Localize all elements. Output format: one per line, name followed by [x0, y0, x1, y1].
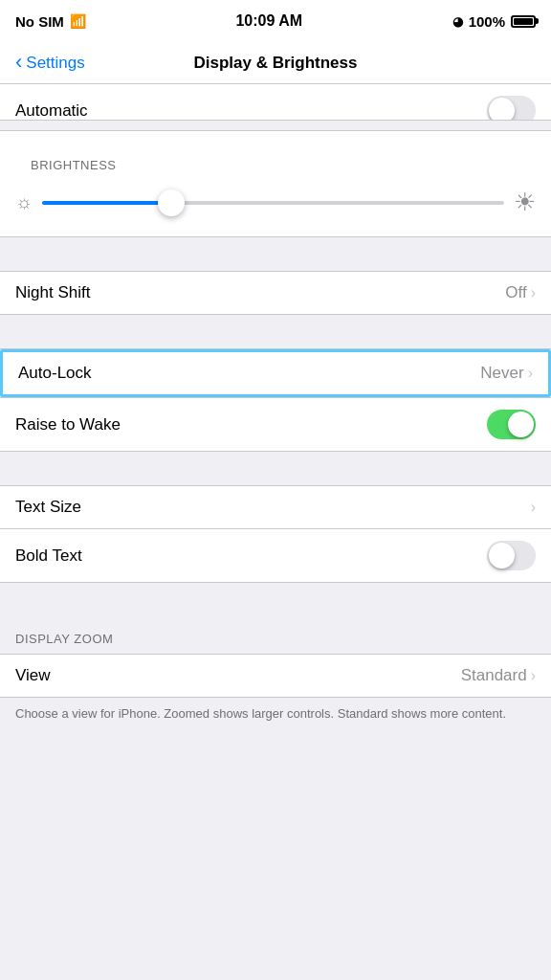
- raise-to-wake-label: Raise to Wake: [15, 415, 121, 434]
- raise-to-wake-toggle-thumb: [508, 412, 534, 437]
- bold-text-toggle-thumb: [489, 543, 515, 568]
- view-value-text: Standard: [461, 666, 527, 685]
- raise-to-wake-toggle[interactable]: [487, 410, 536, 439]
- view-row[interactable]: View Standard ›: [0, 655, 551, 697]
- brightness-slider[interactable]: [42, 201, 504, 205]
- night-shift-label: Night Shift: [15, 283, 90, 302]
- brightness-section: BRIGHTNESS ☼ ☀: [0, 130, 551, 237]
- view-value: Standard ›: [461, 666, 536, 685]
- battery-icon: [511, 15, 536, 28]
- auto-lock-chevron-icon: ›: [528, 365, 533, 382]
- status-time: 10:09 AM: [235, 12, 302, 30]
- section-gap-5: [0, 583, 551, 616]
- display-zoom-card: View Standard ›: [0, 654, 551, 698]
- text-size-row[interactable]: Text Size ›: [0, 486, 551, 528]
- page-title: Display & Brightness: [194, 54, 358, 73]
- automatic-toggle[interactable]: [487, 96, 536, 121]
- night-shift-value: Off ›: [505, 283, 536, 302]
- brightness-slider-container: ☼ ☀: [15, 180, 536, 225]
- lock-section: Auto-Lock Never › Raise to Wake: [0, 348, 551, 452]
- back-chevron-icon: ‹: [15, 52, 22, 73]
- brightness-label: BRIGHTNESS: [15, 143, 536, 180]
- display-zoom-description: Choose a view for iPhone. Zoomed shows l…: [0, 698, 551, 738]
- view-chevron-icon: ›: [531, 667, 536, 684]
- text-size-label: Text Size: [15, 498, 81, 517]
- night-shift-value-text: Off: [505, 283, 526, 302]
- auto-lock-value-text: Never: [480, 364, 523, 383]
- view-label: View: [15, 666, 51, 685]
- display-zoom-section: DISPLAY ZOOM View Standard › Choose a vi…: [0, 616, 551, 738]
- raise-to-wake-row[interactable]: Raise to Wake: [0, 397, 551, 451]
- night-shift-chevron-icon: ›: [531, 284, 536, 301]
- status-bar: No SIM 📶 10:09 AM ◕ 100%: [0, 0, 551, 42]
- automatic-section: Automatic: [0, 84, 551, 121]
- automatic-label: Automatic: [15, 101, 88, 121]
- section-gap-4: [0, 452, 551, 485]
- location-icon: ◕: [452, 14, 463, 29]
- section-gap-1: [0, 121, 551, 130]
- section-gap-3: [0, 315, 551, 348]
- auto-lock-value: Never ›: [480, 364, 533, 383]
- battery-percent: 100%: [469, 13, 505, 30]
- sun-small-icon: ☼: [15, 191, 33, 213]
- text-section: Text Size › Bold Text: [0, 485, 551, 583]
- status-carrier: No SIM 📶: [15, 13, 86, 30]
- carrier-text: No SIM: [15, 13, 64, 30]
- night-shift-section: Night Shift Off ›: [0, 271, 551, 315]
- bold-text-label: Bold Text: [15, 546, 82, 566]
- wifi-icon: 📶: [70, 13, 86, 29]
- slider-fill: [42, 201, 171, 205]
- auto-lock-label: Auto-Lock: [18, 364, 92, 383]
- nav-bar: ‹ Settings Display & Brightness: [0, 42, 551, 84]
- back-label: Settings: [26, 54, 84, 73]
- night-shift-row[interactable]: Night Shift Off ›: [0, 272, 551, 314]
- display-zoom-label: DISPLAY ZOOM: [0, 616, 551, 654]
- back-button[interactable]: ‹ Settings: [15, 54, 85, 73]
- automatic-row[interactable]: Automatic: [0, 84, 551, 121]
- toggle-thumb: [489, 98, 515, 121]
- status-right: ◕ 100%: [452, 13, 536, 30]
- sun-large-icon: ☀: [514, 188, 536, 217]
- text-size-chevron-icon: ›: [531, 499, 536, 516]
- auto-lock-row[interactable]: Auto-Lock Never ›: [0, 349, 551, 397]
- text-size-value: ›: [531, 499, 536, 516]
- section-gap-2: [0, 237, 551, 271]
- bold-text-row[interactable]: Bold Text: [0, 528, 551, 582]
- slider-thumb[interactable]: [158, 189, 185, 216]
- bold-text-toggle[interactable]: [487, 541, 536, 570]
